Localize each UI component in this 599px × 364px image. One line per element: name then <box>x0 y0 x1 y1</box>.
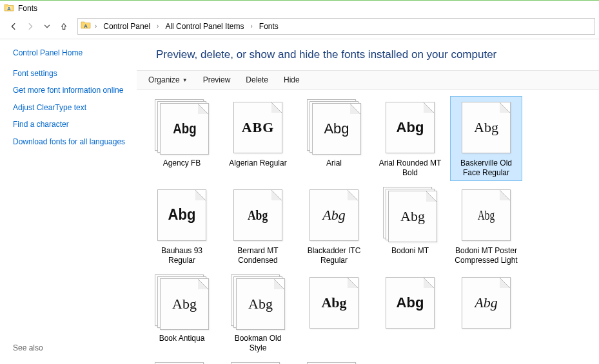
font-label: Arial Rounded MT Bold <box>377 158 443 178</box>
font-label: Algerian Regular <box>229 158 286 168</box>
address-icon: A <box>81 20 91 32</box>
toolbar: Organize ▼ Preview Delete Hide <box>137 70 599 90</box>
font-thumb: Abg <box>230 274 286 331</box>
font-item[interactable]: AbgArial Rounded MT Bold <box>374 96 446 181</box>
breadcrumb-item[interactable]: Fonts <box>257 21 281 32</box>
address-bar[interactable]: A › Control Panel › All Control Panel It… <box>77 18 595 35</box>
font-label: Blackadder ITC Regular <box>301 246 367 265</box>
font-item[interactable]: AbgBlackadder ITC Regular <box>298 184 370 269</box>
font-sample: Abg <box>324 122 349 136</box>
forward-button[interactable] <box>23 19 37 34</box>
font-thumb: Abg <box>382 274 438 331</box>
font-thumb: ABG <box>230 99 286 156</box>
preview-button[interactable]: Preview <box>197 73 237 87</box>
font-thumb: Abg <box>153 274 210 331</box>
svg-text:A: A <box>7 6 11 12</box>
sidebar-link-download-fonts[interactable]: Download fonts for all languages <box>13 137 129 148</box>
font-label: Bauhaus 93 Regular <box>149 246 215 265</box>
font-thumb: Abg <box>153 187 210 244</box>
delete-button[interactable]: Delete <box>239 73 275 87</box>
font-item[interactable]: Abg <box>374 271 446 356</box>
font-label: Baskerville Old Face Regular <box>453 158 519 178</box>
font-thumb: Abg <box>458 187 515 244</box>
chevron-down-icon: ▼ <box>182 77 188 83</box>
font-item[interactable]: Abg <box>146 359 218 364</box>
content-body: Control Panel Home Font settings Get mor… <box>0 39 599 364</box>
font-sample: Abg <box>248 208 268 222</box>
font-sample: ABG <box>242 120 275 135</box>
font-item[interactable]: AbgBernard MT Condensed <box>222 184 294 269</box>
font-item[interactable]: AbgBookman Old Style <box>222 271 294 356</box>
breadcrumb-item[interactable]: All Control Panel Items <box>162 21 246 32</box>
back-button[interactable] <box>6 19 21 34</box>
titlebar: A Fonts <box>0 1 599 16</box>
font-thumb: Abg <box>382 187 438 244</box>
up-button[interactable] <box>57 19 71 34</box>
font-item[interactable]: ABGAlgerian Regular <box>222 96 294 181</box>
font-label: Bernard MT Condensed <box>225 246 291 265</box>
font-label: Bodoni MT Poster Compressed Light <box>453 246 519 265</box>
main-panel: Preview, delete, or show and hide the fo… <box>137 39 599 364</box>
chevron-right-icon[interactable]: › <box>248 23 255 30</box>
sidebar-links: Font settings Get more font information … <box>13 69 129 148</box>
recent-locations-button[interactable] <box>40 19 54 34</box>
font-label: Agency FB <box>163 158 201 168</box>
font-sample: Abg <box>400 209 425 224</box>
fonts-window: A Fonts A › Control Panel › All Control … <box>0 0 599 364</box>
font-thumb: Abg <box>382 99 438 156</box>
font-thumb: Abg <box>153 99 210 156</box>
font-item[interactable]: Abg <box>222 359 294 364</box>
font-sample: Abg <box>173 122 196 136</box>
font-sample: Abg <box>397 296 424 310</box>
window-title: Fonts <box>18 4 37 13</box>
font-thumb: Abg <box>458 274 515 331</box>
font-item[interactable]: AbgAgency FB <box>146 96 218 181</box>
font-label: Arial <box>326 158 342 168</box>
page-heading: Preview, delete, or show and hide the fo… <box>137 39 599 70</box>
nav-bar: A › Control Panel › All Control Panel It… <box>0 16 599 39</box>
font-item[interactable]: AbgBodoni MT Poster Compressed Light <box>450 184 522 269</box>
font-sample: Abg <box>168 207 196 222</box>
sidebar-link-find-character[interactable]: Find a character <box>13 120 129 130</box>
sidebar-link-cleartype[interactable]: Adjust ClearType text <box>13 103 129 113</box>
font-item[interactable]: AbgArial <box>298 96 370 181</box>
font-sample: Abg <box>248 297 273 311</box>
sidebar-link-more-info[interactable]: Get more font information online <box>13 86 129 96</box>
font-item[interactable]: AbgBook Antiqua <box>146 271 218 356</box>
hide-button[interactable]: Hide <box>277 73 306 87</box>
font-sample: Abg <box>321 296 346 310</box>
font-sample: Abg <box>475 296 497 310</box>
font-sample: Abg <box>172 297 197 311</box>
font-thumb: Abg <box>306 99 362 156</box>
font-thumb: Abg <box>230 187 286 244</box>
font-thumb: Abg <box>458 99 515 156</box>
chevron-right-icon[interactable]: › <box>92 23 99 30</box>
font-thumb: Abg <box>306 187 362 244</box>
font-item[interactable]: Abg <box>298 271 370 356</box>
organize-button[interactable]: Organize ▼ <box>142 73 194 87</box>
font-label: Bookman Old Style <box>225 334 291 353</box>
font-grid[interactable]: AbgAgency FBABGAlgerian RegularAbgArialA… <box>137 90 599 364</box>
see-also-heading: See also <box>13 343 129 356</box>
breadcrumb-item[interactable]: Control Panel <box>101 21 153 32</box>
folder-icon: A <box>4 3 14 15</box>
organize-label: Organize <box>148 75 180 84</box>
svg-text:A: A <box>84 23 88 29</box>
control-panel-home-link[interactable]: Control Panel Home <box>13 48 129 59</box>
font-item[interactable]: AbgBauhaus 93 Regular <box>146 184 218 269</box>
font-item[interactable]: AbgBaskerville Old Face Regular <box>450 96 522 181</box>
font-sample: Abg <box>478 208 495 222</box>
font-label: Bodoni MT <box>391 246 429 256</box>
font-sample: Abg <box>397 120 424 135</box>
font-item[interactable]: AbgBodoni MT <box>374 184 446 269</box>
font-item[interactable]: Abg <box>298 359 370 364</box>
font-sample: Abg <box>474 120 498 135</box>
font-label: Book Antiqua <box>159 334 205 343</box>
font-thumb: Abg <box>306 274 362 331</box>
font-sample: Abg <box>322 208 345 222</box>
font-item[interactable]: Abg <box>450 271 522 356</box>
chevron-right-icon[interactable]: › <box>154 23 161 30</box>
sidebar-link-font-settings[interactable]: Font settings <box>13 69 129 79</box>
sidebar: Control Panel Home Font settings Get mor… <box>0 39 137 364</box>
